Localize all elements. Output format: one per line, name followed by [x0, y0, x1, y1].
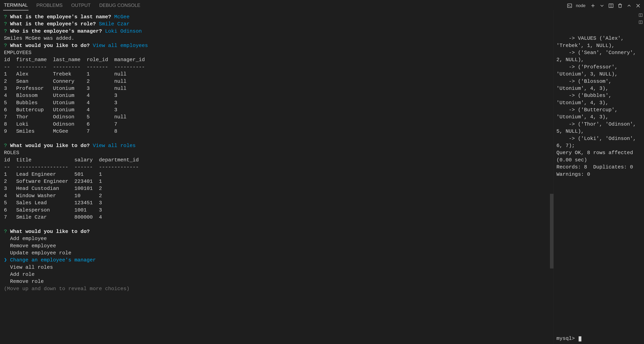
- prompt-action-3: What would you like to do?: [10, 229, 90, 235]
- employees-columns: id first_name last_name role_id manager_…: [4, 56, 551, 63]
- roles-columns: id title salary department_id: [4, 156, 551, 163]
- tab-output[interactable]: OUTPUT: [70, 1, 92, 10]
- answer-action-2: View all roles: [93, 143, 136, 149]
- scrollbar-thumb[interactable]: [550, 194, 554, 269]
- table-row: 3 Professor Utonium 3 null: [4, 85, 551, 92]
- prompt-action-1: What would you like to do?: [10, 43, 90, 49]
- table-row: 9 Smiles McGee 7 8: [4, 128, 551, 135]
- chevron-up-icon[interactable]: [626, 3, 632, 9]
- terminal-right-pane[interactable]: -> VALUES ('Alex', 'Trebek', 1, NULL), -…: [554, 10, 644, 344]
- dropdown-icon[interactable]: [599, 3, 605, 9]
- split-indicator-top-icon[interactable]: [638, 13, 643, 19]
- cursor-block: [578, 336, 581, 341]
- inquirer-menu[interactable]: Add employee Remove employee Update empl…: [4, 235, 551, 285]
- menu-item[interactable]: Remove employee: [4, 242, 551, 249]
- sql-output: -> VALUES ('Alex', 'Trebek', 1, NULL), -…: [556, 35, 641, 178]
- employees-columns-divider: -- ---------- --------- ------- --------…: [4, 64, 551, 71]
- answer-last-name: McGee: [114, 14, 130, 20]
- table-row: 5 Sales Lead 123451 3: [4, 199, 551, 206]
- menu-item[interactable]: View all roles: [4, 264, 551, 271]
- table-row: 2 Sean Connery 2 null: [4, 78, 551, 85]
- terminal-type-label[interactable]: node: [576, 3, 586, 9]
- tab-debug-console[interactable]: DEBUG CONSOLE: [98, 1, 141, 10]
- answer-action-1: View all employees: [93, 43, 148, 49]
- prompt-action-2: What would you like to do?: [10, 143, 90, 149]
- menu-item[interactable]: Add employee: [4, 235, 551, 242]
- terminal-left-pane[interactable]: ? What is the employee's last name? McGe…: [0, 10, 554, 344]
- trash-icon[interactable]: [617, 3, 623, 9]
- table-row: 7 Smile Czar 800000 4: [4, 214, 551, 221]
- menu-item[interactable]: Add role: [4, 271, 551, 278]
- menu-item[interactable]: Update employee role: [4, 249, 551, 257]
- roles-heading: ROLES: [4, 149, 551, 156]
- table-row: 4 Window Washer 10 2: [4, 192, 551, 199]
- new-terminal-icon[interactable]: [590, 3, 596, 9]
- prompt-role: What is the employee's role?: [10, 21, 96, 27]
- table-row: 1 Lead Engineer 501 1: [4, 171, 551, 178]
- split-terminal-icon[interactable]: [608, 3, 614, 9]
- close-icon[interactable]: [635, 3, 641, 9]
- table-row: 4 Blossom Utonium 4 3: [4, 92, 551, 99]
- roles-rows: 1 Lead Engineer 501 12 Software Engineer…: [4, 171, 551, 221]
- table-row: 1 Alex Trebek 1 null: [4, 71, 551, 78]
- answer-manager: Loki Odinson: [105, 28, 142, 34]
- terminal-body: ? What is the employee's last name? McGe…: [0, 10, 644, 344]
- table-row: 6 Salesperson 1001 3: [4, 207, 551, 214]
- table-row: 8 Loki Odinson 6 7: [4, 121, 551, 128]
- svg-rect-0: [568, 4, 572, 8]
- panel-tabbar: TERMINAL PROBLEMS OUTPUT DEBUG CONSOLE n…: [0, 0, 644, 10]
- table-row: 5 Bubbles Utonium 4 3: [4, 99, 551, 106]
- table-row: 3 Head Custodian 100101 2: [4, 185, 551, 192]
- employees-heading: EMPLOYEES: [4, 49, 551, 56]
- table-row: 6 Buttercup Utonium 4 3: [4, 106, 551, 113]
- tab-terminal[interactable]: TERMINAL: [3, 1, 28, 11]
- roles-columns-divider: -- ----------------- ------ ------------…: [4, 163, 551, 171]
- right-pane-toggles: [638, 13, 643, 26]
- panel-actions: node: [567, 3, 641, 9]
- menu-hint: (Move up and down to reveal more choices…: [4, 285, 551, 292]
- terminal-type-icon: [567, 3, 572, 9]
- mysql-prompt: mysql>: [556, 335, 581, 342]
- employees-rows: 1 Alex Trebek 1 null2 Sean Connery 2 nul…: [4, 71, 551, 135]
- prompt-manager: Who is the employee's manager?: [10, 28, 102, 34]
- tab-problems[interactable]: PROBLEMS: [36, 1, 63, 10]
- table-row: 7 Thor Odinson 5 null: [4, 113, 551, 120]
- added-message: Smiles McGee was added.: [4, 35, 551, 42]
- split-indicator-bottom-icon[interactable]: [638, 20, 643, 26]
- menu-item[interactable]: ❯ Change an employee's manager: [4, 257, 551, 264]
- answer-role: Smile Czar: [99, 21, 130, 27]
- prompt-last-name: What is the employee's last name?: [10, 14, 111, 20]
- menu-item[interactable]: Remove role: [4, 278, 551, 285]
- table-row: 2 Software Engineer 223401 1: [4, 178, 551, 185]
